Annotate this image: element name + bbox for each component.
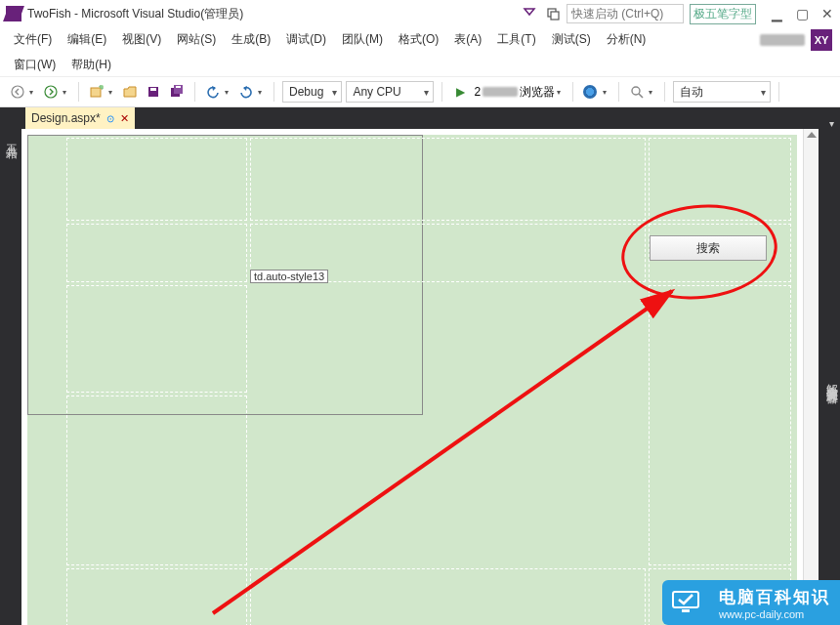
watermark-title: 电脑百科知识 — [719, 586, 830, 608]
menu-table[interactable]: 表(A) — [448, 27, 487, 52]
svg-rect-4 — [91, 88, 101, 97]
svg-rect-14 — [673, 592, 698, 607]
window-title: TwoFish - Microsoft Visual Studio(管理员) — [27, 6, 243, 22]
chevron-down-icon[interactable]: ▾ — [29, 88, 37, 97]
chevron-down-icon[interactable]: ▾ — [603, 88, 610, 97]
svg-rect-1 — [551, 12, 559, 20]
selection-tag-label: td.auto-style13 — [250, 270, 328, 283]
svg-point-3 — [45, 86, 57, 98]
right-rail: 解决方案资源管理器 团队资源管理器 诊断工具 属性 — [819, 129, 840, 625]
redo-button[interactable] — [236, 82, 256, 102]
menu-tools[interactable]: 工具(T) — [491, 27, 541, 52]
title-bar: TwoFish - Microsoft Visual Studio(管理员) 极… — [0, 0, 840, 27]
chevron-down-icon[interactable]: ▾ — [557, 88, 565, 97]
chevron-down-icon[interactable]: ▾ — [258, 88, 266, 97]
svg-point-11 — [632, 87, 640, 95]
visual-studio-logo-icon — [6, 6, 21, 21]
target-select[interactable]: 自动 — [673, 81, 771, 103]
menu-debug[interactable]: 调试(D) — [280, 27, 332, 52]
designer-canvas[interactable]: 搜索 td.auto-style13 — [27, 135, 797, 625]
menu-edit[interactable]: 编辑(E) — [62, 27, 112, 52]
table-cell[interactable] — [66, 568, 247, 625]
pin-icon[interactable]: ⊙ — [106, 113, 114, 124]
svg-line-12 — [639, 94, 643, 98]
watermark-url: www.pc-daily.com — [719, 608, 830, 620]
design-surface[interactable]: 搜索 td.auto-style13 — [21, 129, 819, 625]
chevron-down-icon[interactable]: ▾ — [649, 88, 656, 97]
blurred-text — [483, 87, 518, 97]
nav-back-button[interactable] — [8, 82, 27, 102]
chevron-down-icon[interactable]: ▾ — [225, 88, 232, 97]
solution-explorer-tab[interactable]: 解决方案资源管理器 — [823, 375, 840, 384]
globe-icon — [583, 85, 597, 99]
menu-bar: 文件(F) 编辑(E) 视图(V) 网站(S) 生成(B) 调试(D) 团队(M… — [0, 27, 840, 53]
document-tab[interactable]: Design.aspx* ⊙ ✕ — [25, 107, 135, 129]
table-cell[interactable] — [250, 568, 646, 625]
menu-test[interactable]: 测试(S) — [546, 27, 597, 52]
quick-launch-input[interactable] — [567, 4, 684, 23]
tab-overflow-button[interactable]: ▾ — [823, 118, 840, 129]
chevron-down-icon[interactable]: ▾ — [63, 88, 70, 97]
new-project-button[interactable] — [87, 82, 106, 102]
table-cell[interactable] — [66, 396, 247, 565]
table-cell[interactable] — [649, 285, 791, 565]
chevron-down-icon[interactable]: ▾ — [108, 88, 116, 97]
document-tab-strip: Design.aspx* ⊙ ✕ ▾ — [0, 107, 840, 129]
account-name-blurred — [760, 34, 805, 46]
svg-point-2 — [12, 86, 23, 98]
maximize-button[interactable]: ▢ — [795, 7, 809, 21]
svg-point-5 — [100, 85, 104, 89]
platform-select[interactable]: Any CPU — [346, 81, 434, 103]
undo-button[interactable] — [203, 82, 223, 102]
toolbar: ▾ ▾ ▾ ▾ ▾ Debug Any CPU ▶ 2 浏览器 ▾ ▾ ▾ 自动 — [0, 76, 840, 107]
svg-rect-7 — [150, 88, 156, 91]
close-button[interactable]: ✕ — [820, 7, 834, 21]
ime-badge: 极五笔字型 — [690, 4, 756, 24]
monitor-icon — [662, 580, 709, 625]
tab-title: Design.aspx* — [31, 111, 101, 125]
toolbox-tab[interactable]: 工具箱 — [0, 129, 21, 625]
menu-team[interactable]: 团队(M) — [336, 27, 389, 52]
svg-rect-10 — [176, 86, 181, 88]
open-file-button[interactable] — [120, 82, 140, 102]
menu-window[interactable]: 窗口(W) — [8, 53, 62, 77]
menu-website[interactable]: 网站(S) — [171, 27, 222, 52]
account-badge[interactable]: XY — [811, 29, 832, 51]
menu-build[interactable]: 生成(B) — [226, 27, 276, 52]
table-cell[interactable] — [66, 138, 247, 221]
close-tab-icon[interactable]: ✕ — [120, 112, 129, 125]
menu-format[interactable]: 格式(O) — [393, 27, 444, 52]
minimize-button[interactable]: ▁ — [770, 7, 783, 21]
save-button[interactable] — [144, 82, 163, 102]
menu-help[interactable]: 帮助(H) — [65, 53, 117, 77]
browser-link-button[interactable] — [581, 82, 601, 102]
configuration-select[interactable]: Debug — [282, 81, 342, 103]
start-debug-button[interactable]: ▶ — [450, 82, 470, 102]
menu-view[interactable]: 视图(V) — [116, 27, 167, 52]
find-button[interactable] — [627, 82, 647, 102]
nav-forward-button[interactable] — [41, 82, 61, 102]
menu-bar-row2: 窗口(W) 帮助(H) — [0, 53, 840, 76]
feedback-icon[interactable] — [545, 6, 561, 21]
save-all-button[interactable] — [167, 82, 187, 102]
workspace: 工具箱 搜索 td.auto-style13 — [0, 129, 840, 625]
svg-rect-15 — [682, 609, 690, 612]
menu-analyze[interactable]: 分析(N) — [601, 27, 652, 52]
table-cell[interactable] — [250, 138, 646, 221]
table-cell[interactable] — [66, 285, 247, 393]
watermark: 电脑百科知识 www.pc-daily.com — [662, 580, 840, 625]
table-cell[interactable] — [66, 224, 247, 282]
notifications-icon[interactable] — [522, 6, 537, 21]
vertical-scrollbar[interactable] — [803, 129, 819, 625]
menu-file[interactable]: 文件(F) — [8, 27, 58, 52]
run-target-label[interactable]: 2 浏览器 — [474, 84, 555, 101]
